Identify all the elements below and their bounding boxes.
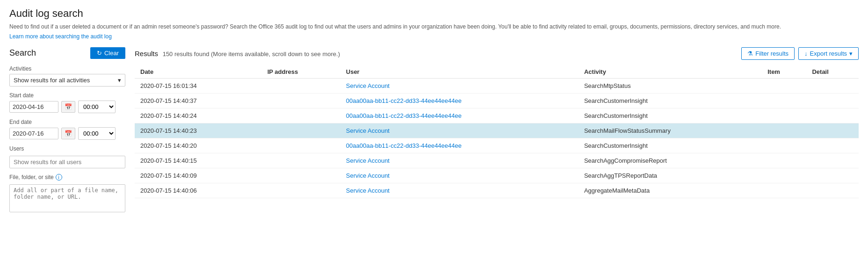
table-row[interactable]: 2020-07-15 14:40:09Service AccountSearch… (135, 168, 859, 183)
table-row[interactable]: 2020-07-15 14:40:2000aa00aa-bb11-cc22-dd… (135, 138, 859, 153)
export-results-button[interactable]: ↓ Export results ▾ (798, 47, 859, 60)
user-link[interactable]: Service Account (346, 157, 390, 164)
end-date-calendar-button[interactable]: 📅 (61, 128, 75, 139)
end-date-field: End date 📅 00:00 (9, 119, 125, 140)
col-user: User (340, 65, 579, 79)
cell-user[interactable]: Service Account (340, 123, 579, 138)
cell-user[interactable]: 00aa00aa-bb11-cc22-dd33-44ee44ee44ee (340, 94, 579, 108)
cell-item (762, 153, 806, 168)
cell-activity: SearchCustomerInsight (579, 108, 762, 123)
start-time-select[interactable]: 00:00 (78, 101, 116, 113)
cell-ip (262, 123, 340, 138)
results-table-body: 2020-07-15 16:01:34Service AccountSearch… (135, 79, 859, 198)
page-title: Audit log search (9, 7, 859, 20)
activities-label: Activities (9, 65, 125, 72)
cell-date: 2020-07-15 14:40:37 (135, 94, 262, 108)
cell-user[interactable]: 00aa00aa-bb11-cc22-dd33-44ee44ee44ee (340, 138, 579, 153)
main-layout: Search Clear Activities Show results for… (9, 47, 859, 214)
start-date-calendar-button[interactable]: 📅 (61, 101, 75, 113)
cell-detail (806, 138, 859, 153)
calendar-icon: 📅 (65, 130, 72, 137)
table-row[interactable]: 2020-07-15 14:40:2400aa00aa-bb11-cc22-dd… (135, 108, 859, 123)
clear-button[interactable]: Clear (90, 47, 125, 59)
users-label: Users (9, 145, 125, 152)
cell-date: 2020-07-15 14:40:24 (135, 108, 262, 123)
end-time-select[interactable]: 00:00 (78, 127, 116, 140)
user-link[interactable]: Service Account (346, 187, 390, 194)
table-row[interactable]: 2020-07-15 14:40:23Service AccountSearch… (135, 123, 859, 138)
file-folder-field: File, folder, or site i (9, 174, 125, 214)
user-link[interactable]: 00aa00aa-bb11-cc22-dd33-44ee44ee44ee (346, 112, 462, 119)
export-results-label: Export results (810, 50, 847, 57)
table-row[interactable]: 2020-07-15 14:40:15Service AccountSearch… (135, 153, 859, 168)
cell-ip (262, 94, 340, 108)
search-label: Search (9, 48, 36, 58)
cell-date: 2020-07-15 16:01:34 (135, 79, 262, 94)
search-panel: Search Clear Activities Show results for… (9, 47, 125, 214)
col-ip: IP address (262, 65, 340, 79)
info-icon[interactable]: i (56, 174, 62, 180)
chevron-down-icon: ▾ (118, 77, 121, 84)
user-link[interactable]: Service Account (346, 127, 390, 134)
col-activity: Activity (579, 65, 762, 79)
cell-item (762, 183, 806, 198)
table-header-row: Date IP address User Activity Item Detai… (135, 65, 859, 79)
cell-ip (262, 79, 340, 94)
learn-more-link[interactable]: Learn more about searching the audit log (9, 33, 112, 40)
cell-item (762, 168, 806, 183)
cell-date: 2020-07-15 14:40:20 (135, 138, 262, 153)
results-info: Results 150 results found (More items av… (135, 50, 340, 58)
users-input[interactable] (9, 156, 125, 168)
cell-item (762, 123, 806, 138)
table-row[interactable]: 2020-07-15 16:01:34Service AccountSearch… (135, 79, 859, 94)
cell-detail (806, 168, 859, 183)
cell-activity: SearchCustomerInsight (579, 138, 762, 153)
cell-item (762, 94, 806, 108)
cell-activity: SearchCustomerInsight (579, 94, 762, 108)
results-table-wrapper: Date IP address User Activity Item Detai… (135, 65, 859, 198)
results-panel: Results 150 results found (More items av… (135, 47, 859, 214)
results-table: Date IP address User Activity Item Detai… (135, 65, 859, 198)
cell-activity: SearchMailFlowStatusSummary (579, 123, 762, 138)
cell-user[interactable]: Service Account (340, 153, 579, 168)
filter-results-button[interactable]: ⚗ Filter results (741, 47, 795, 60)
col-detail: Detail (806, 65, 859, 79)
file-folder-label-row: File, folder, or site i (9, 174, 125, 180)
table-row[interactable]: 2020-07-15 14:40:06Service AccountAggreg… (135, 183, 859, 198)
start-date-input[interactable] (9, 101, 58, 113)
cell-date: 2020-07-15 14:40:23 (135, 123, 262, 138)
cell-ip (262, 108, 340, 123)
file-folder-input[interactable] (9, 184, 125, 212)
cell-ip (262, 153, 340, 168)
activities-select[interactable]: Show results for all activities ▾ (9, 74, 125, 87)
activities-value: Show results for all activities (14, 77, 90, 84)
page-description: Need to find out if a user deleted a doc… (9, 22, 859, 31)
end-date-label: End date (9, 119, 125, 125)
table-row[interactable]: 2020-07-15 14:40:3700aa00aa-bb11-cc22-dd… (135, 94, 859, 108)
cell-user[interactable]: 00aa00aa-bb11-cc22-dd33-44ee44ee44ee (340, 108, 579, 123)
cell-detail (806, 183, 859, 198)
user-link[interactable]: Service Account (346, 172, 390, 179)
page-container: Audit log search Need to find out if a u… (0, 0, 868, 221)
file-folder-label-text: File, folder, or site (9, 174, 54, 180)
search-header: Search Clear (9, 47, 125, 59)
user-link[interactable]: Service Account (346, 82, 390, 89)
activities-field: Activities Show results for all activiti… (9, 65, 125, 87)
cell-date: 2020-07-15 14:40:06 (135, 183, 262, 198)
cell-user[interactable]: Service Account (340, 183, 579, 198)
start-date-row: 📅 00:00 (9, 101, 125, 113)
user-link[interactable]: 00aa00aa-bb11-cc22-dd33-44ee44ee44ee (346, 97, 462, 104)
results-note: (More items available, scroll down to se… (211, 51, 340, 58)
cell-user[interactable]: Service Account (340, 79, 579, 94)
results-label: Results (135, 50, 158, 58)
action-buttons: ⚗ Filter results ↓ Export results ▾ (741, 47, 859, 60)
cell-ip (262, 183, 340, 198)
cell-ip (262, 138, 340, 153)
cell-detail (806, 123, 859, 138)
end-date-input[interactable] (9, 128, 58, 139)
filter-results-label: Filter results (755, 50, 788, 57)
cell-activity: SearchMtpStatus (579, 79, 762, 94)
user-link[interactable]: 00aa00aa-bb11-cc22-dd33-44ee44ee44ee (346, 142, 462, 149)
results-header: Results 150 results found (More items av… (135, 47, 859, 60)
cell-user[interactable]: Service Account (340, 168, 579, 183)
